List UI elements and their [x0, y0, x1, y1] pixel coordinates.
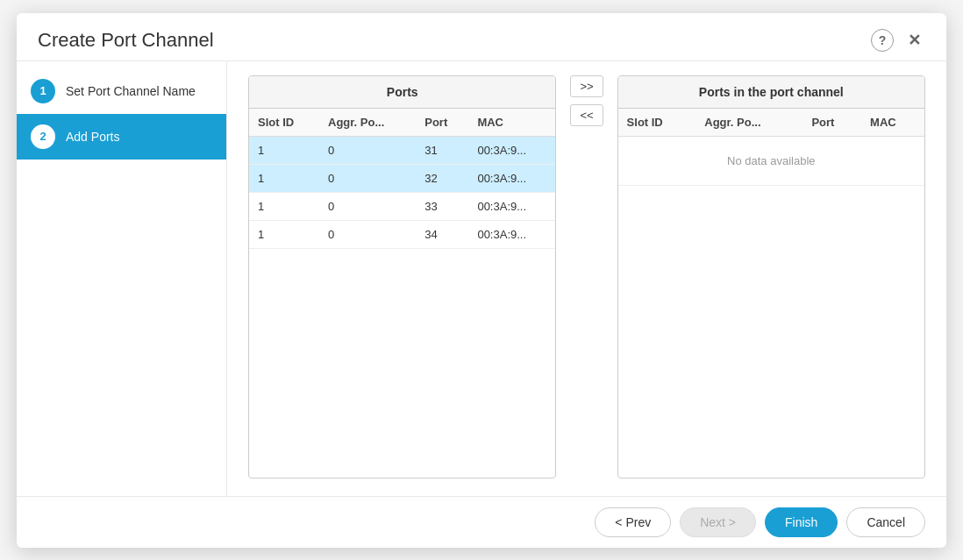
- main-content: Ports Slot ID Aggr. Po... Port MAC: [227, 61, 946, 496]
- ports-table-header-row: Slot ID Aggr. Po... Port MAC: [249, 109, 555, 137]
- sidebar-label-add-ports: Add Ports: [66, 130, 119, 144]
- table-row[interactable]: 103400:3A:9...: [249, 220, 555, 248]
- col-mac: MAC: [468, 109, 555, 137]
- table-row[interactable]: 103200:3A:9...: [249, 164, 555, 192]
- sidebar: 1 Set Port Channel Name 2 Add Ports: [17, 61, 227, 496]
- sidebar-item-set-name[interactable]: 1 Set Port Channel Name: [17, 68, 226, 114]
- close-button[interactable]: ✕: [902, 29, 925, 52]
- col-slot-id: Slot ID: [249, 109, 319, 137]
- port-channel-table-header: Ports in the port channel: [618, 76, 924, 109]
- help-button[interactable]: ?: [871, 29, 894, 52]
- header-icons: ? ✕: [871, 29, 925, 52]
- modal-body: 1 Set Port Channel Name 2 Add Ports Port…: [17, 61, 946, 496]
- sidebar-item-add-ports[interactable]: 2 Add Ports: [17, 114, 226, 159]
- table-row[interactable]: 103100:3A:9...: [249, 136, 555, 164]
- finish-button[interactable]: Finish: [765, 507, 838, 537]
- sidebar-label-set-name: Set Port Channel Name: [66, 84, 196, 98]
- table-row[interactable]: 103300:3A:9...: [249, 192, 555, 220]
- no-data-cell: No data available: [618, 136, 924, 185]
- port-channel-header-row: Slot ID Aggr. Po... Port MAC: [618, 109, 924, 137]
- tables-area: Ports Slot ID Aggr. Po... Port MAC: [248, 75, 925, 482]
- pch-col-port: Port: [802, 109, 861, 137]
- ports-table: Slot ID Aggr. Po... Port MAC 103100:3A:9…: [249, 109, 555, 249]
- modal-header: Create Port Channel ? ✕: [17, 13, 946, 61]
- prev-button[interactable]: < Prev: [595, 507, 671, 537]
- step-1-circle: 1: [31, 79, 55, 103]
- col-port: Port: [416, 109, 468, 137]
- port-channel-table: Slot ID Aggr. Po... Port MAC No data ava…: [618, 109, 924, 186]
- port-channel-table-panel: Ports in the port channel Slot ID Aggr. …: [617, 75, 925, 478]
- modal-title: Create Port Channel: [38, 29, 214, 52]
- pch-col-mac: MAC: [861, 109, 924, 137]
- col-aggr-po: Aggr. Po...: [319, 109, 416, 137]
- ports-table-panel: Ports Slot ID Aggr. Po... Port MAC: [248, 75, 556, 478]
- no-data-row: No data available: [618, 136, 924, 185]
- port-channel-table-container[interactable]: Slot ID Aggr. Po... Port MAC No data ava…: [618, 109, 924, 478]
- ports-table-body: 103100:3A:9...103200:3A:9...103300:3A:9.…: [249, 136, 555, 248]
- transfer-buttons: >> <<: [556, 75, 617, 126]
- add-to-channel-button[interactable]: >>: [570, 75, 603, 97]
- step-2-circle: 2: [31, 124, 55, 149]
- pch-col-slot-id: Slot ID: [618, 109, 696, 137]
- next-button: Next >: [680, 507, 756, 537]
- remove-from-channel-button[interactable]: <<: [570, 104, 603, 126]
- pch-col-aggr-po: Aggr. Po...: [696, 109, 802, 137]
- ports-table-header: Ports: [249, 76, 555, 109]
- modal: Create Port Channel ? ✕ 1 Set Port Chann…: [17, 13, 946, 548]
- cancel-button[interactable]: Cancel: [846, 507, 925, 537]
- ports-table-container[interactable]: Slot ID Aggr. Po... Port MAC 103100:3A:9…: [249, 109, 555, 478]
- modal-footer: < Prev Next > Finish Cancel: [17, 496, 946, 548]
